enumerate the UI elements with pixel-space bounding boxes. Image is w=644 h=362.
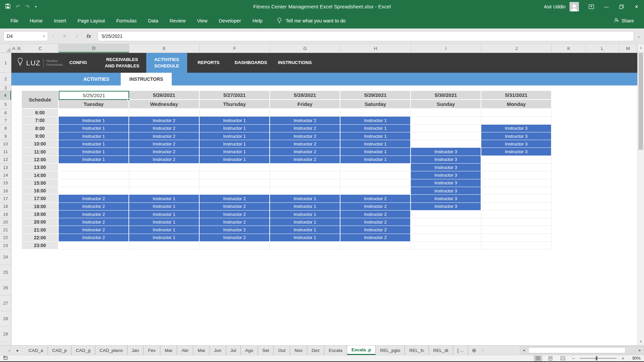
schedule-cell-friday-18-00[interactable]: Instructor 1 bbox=[270, 203, 340, 210]
schedule-cell-wednesday-14-00[interactable] bbox=[129, 171, 200, 179]
column-header-i[interactable]: I bbox=[411, 44, 481, 53]
schedule-cell-saturday-19-00[interactable]: Instructor 2 bbox=[340, 210, 411, 218]
undo-icon[interactable]: ↶ bbox=[16, 4, 20, 9]
column-header-e[interactable]: E bbox=[129, 44, 200, 53]
row-header-19[interactable]: 19 bbox=[0, 210, 11, 218]
schedule-cell-wednesday-12-00[interactable]: Instructor 2 bbox=[129, 156, 200, 164]
ribbon-tab-help[interactable]: Help bbox=[247, 15, 268, 27]
schedule-cell-sunday-14-00[interactable]: Instructor 3 bbox=[411, 171, 481, 179]
schedule-cell-saturday-9-00[interactable]: Instructor 1 bbox=[340, 132, 411, 140]
schedule-cell-monday-14-00[interactable] bbox=[481, 171, 552, 179]
row-header-24[interactable]: 24 bbox=[0, 249, 11, 265]
template-nav-instructions[interactable]: INSTRUCTIONS bbox=[278, 53, 312, 73]
sheet-tab-jul[interactable]: Jul bbox=[226, 346, 241, 355]
sheet-tab-ago[interactable]: Ago bbox=[241, 346, 258, 355]
schedule-cell-friday-22-00[interactable]: Instructor 1 bbox=[270, 234, 340, 242]
schedule-cell-monday-21-00[interactable] bbox=[481, 226, 552, 234]
schedule-cell-monday-13-00[interactable] bbox=[481, 164, 552, 171]
schedule-cell-saturday-16-00[interactable] bbox=[340, 187, 411, 195]
schedule-cell-friday-15-00[interactable] bbox=[270, 179, 340, 187]
schedule-cell-saturday-23-00[interactable] bbox=[340, 242, 411, 249]
schedule-cell-saturday-8-00[interactable]: Instructor 1 bbox=[340, 125, 411, 132]
row-header-26[interactable]: 26 bbox=[0, 280, 11, 296]
sheet-tab-nov[interactable]: Nov bbox=[290, 346, 307, 355]
schedule-cell-saturday-11-00[interactable]: Instructor 1 bbox=[340, 148, 411, 156]
horizontal-scrollbar-thumb[interactable] bbox=[528, 347, 626, 353]
redo-icon[interactable]: ↷ bbox=[25, 4, 30, 9]
schedule-cell-thursday-14-00[interactable] bbox=[200, 171, 270, 179]
day-cell-saturday[interactable]: Saturday bbox=[340, 100, 411, 109]
user-name[interactable]: Asir Uddin bbox=[544, 4, 566, 9]
time-cell-18-00[interactable]: 18:00 bbox=[22, 203, 59, 210]
schedule-cell-wednesday-16-00[interactable] bbox=[129, 187, 200, 195]
schedule-cell-wednesday-13-00[interactable] bbox=[129, 164, 200, 171]
schedule-cell-monday-19-00[interactable] bbox=[481, 210, 552, 218]
sheet-tab-mai[interactable]: Mai bbox=[193, 346, 210, 355]
day-cell-tuesday[interactable]: Tuesday bbox=[59, 100, 129, 109]
schedule-cell-wednesday-17-00[interactable]: Instructor 1 bbox=[129, 195, 200, 202]
schedule-cell-saturday-13-00[interactable] bbox=[340, 164, 411, 171]
schedule-cell-tuesday-18-00[interactable]: Instructor 2 bbox=[59, 203, 129, 210]
schedule-cell-tuesday-12-00[interactable]: Instructor 1 bbox=[59, 156, 129, 164]
time-cell-10-00[interactable]: 10:00 bbox=[22, 140, 59, 148]
ribbon-tab-formulas[interactable]: Formulas bbox=[111, 15, 142, 27]
zoom-slider[interactable] bbox=[580, 358, 616, 359]
row-header-22[interactable]: 22 bbox=[0, 234, 11, 242]
row-header-28[interactable]: 28 bbox=[0, 311, 11, 326]
schedule-cell-saturday-17-00[interactable]: Instructor 2 bbox=[340, 195, 411, 202]
schedule-cell-wednesday-9-00[interactable]: Instructor 2 bbox=[129, 132, 200, 140]
row-header-18[interactable]: 18 bbox=[0, 203, 11, 210]
schedule-cell-tuesday-15-00[interactable] bbox=[59, 179, 129, 187]
row-header-21[interactable]: 21 bbox=[0, 226, 11, 234]
row-header-5[interactable]: 5 bbox=[0, 100, 11, 109]
sheet-tabs-more-icon[interactable]: ⋮ bbox=[480, 346, 486, 355]
schedule-cell-tuesday-21-00[interactable]: Instructor 2 bbox=[59, 226, 129, 234]
macro-record-icon[interactable] bbox=[3, 356, 8, 361]
sheet-scroll-left-icon[interactable]: ◄ bbox=[5, 346, 13, 355]
row-header-16[interactable]: 16 bbox=[0, 187, 11, 195]
schedule-cell-wednesday-21-00[interactable]: Instructor 1 bbox=[129, 226, 200, 234]
tell-me-box[interactable]: Tell me what you want to do bbox=[277, 17, 345, 24]
scroll-up-icon[interactable]: ▲ bbox=[638, 44, 644, 51]
schedule-cell-monday-12-00[interactable] bbox=[481, 156, 552, 164]
time-cell-15-00[interactable]: 15:00 bbox=[22, 179, 59, 187]
schedule-cell-tuesday-7-00[interactable]: Instructor 1 bbox=[59, 117, 129, 124]
row-header-3[interactable]: 3 bbox=[0, 85, 11, 91]
save-icon[interactable] bbox=[5, 4, 10, 9]
row-header-14[interactable]: 14 bbox=[0, 171, 11, 179]
schedule-cell-friday-11-00[interactable]: Instructor 2 bbox=[270, 148, 340, 156]
schedule-cell-monday-11-00[interactable]: Instructor 3 bbox=[481, 148, 552, 156]
schedule-cell-tuesday-22-00[interactable]: Instructor 2 bbox=[59, 234, 129, 242]
time-cell-11-00[interactable]: 11:00 bbox=[22, 148, 59, 156]
schedule-cell-sunday-17-00[interactable]: Instructor 3 bbox=[411, 195, 481, 202]
time-cell-13-00[interactable]: 13:00 bbox=[22, 164, 59, 171]
schedule-cell-tuesday-9-00[interactable]: Instructor 1 bbox=[59, 132, 129, 140]
selection-fill-handle[interactable] bbox=[127, 98, 130, 101]
day-cell-wednesday[interactable]: Wednesday bbox=[129, 100, 200, 109]
row-header-20[interactable]: 20 bbox=[0, 218, 11, 226]
day-cell-monday[interactable]: Monday bbox=[481, 100, 552, 109]
new-sheet-icon[interactable]: ⊕ bbox=[468, 346, 480, 355]
column-header-l[interactable]: L bbox=[586, 44, 619, 53]
schedule-cell-sunday-19-00[interactable] bbox=[411, 210, 481, 218]
schedule-cell-sunday-12-00[interactable]: Instructor 3 bbox=[411, 156, 481, 164]
schedule-cell-tuesday-23-00[interactable] bbox=[59, 242, 129, 249]
schedule-cell-friday-19-00[interactable]: Instructor 1 bbox=[270, 210, 340, 218]
sheet-tab-mar[interactable]: Mar bbox=[160, 346, 177, 355]
schedule-cell-friday-14-00[interactable] bbox=[270, 171, 340, 179]
column-header-c[interactable]: C bbox=[22, 44, 59, 53]
schedule-cell-sunday-11-00[interactable]: Instructor 3 bbox=[411, 148, 481, 156]
schedule-cell-sunday-16-00[interactable]: Instructor 3 bbox=[411, 187, 481, 195]
schedule-cell-thursday-6-00[interactable] bbox=[200, 109, 270, 117]
avatar[interactable] bbox=[570, 2, 579, 11]
customize-qat-icon[interactable]: ▾ bbox=[35, 5, 37, 8]
row-header-25[interactable]: 25 bbox=[0, 265, 11, 280]
normal-view-button[interactable] bbox=[534, 356, 542, 361]
column-header-h[interactable]: H bbox=[340, 44, 411, 53]
time-cell-20-00[interactable]: 20:00 bbox=[22, 218, 59, 226]
schedule-cell-monday-10-00[interactable]: Instructor 3 bbox=[481, 140, 552, 148]
page-layout-view-button[interactable] bbox=[546, 356, 554, 361]
schedule-cell-saturday-12-00[interactable]: Instructor 1 bbox=[340, 156, 411, 164]
schedule-cell-friday-23-00[interactable] bbox=[270, 242, 340, 249]
day-cell-friday[interactable]: Friday bbox=[270, 100, 340, 109]
